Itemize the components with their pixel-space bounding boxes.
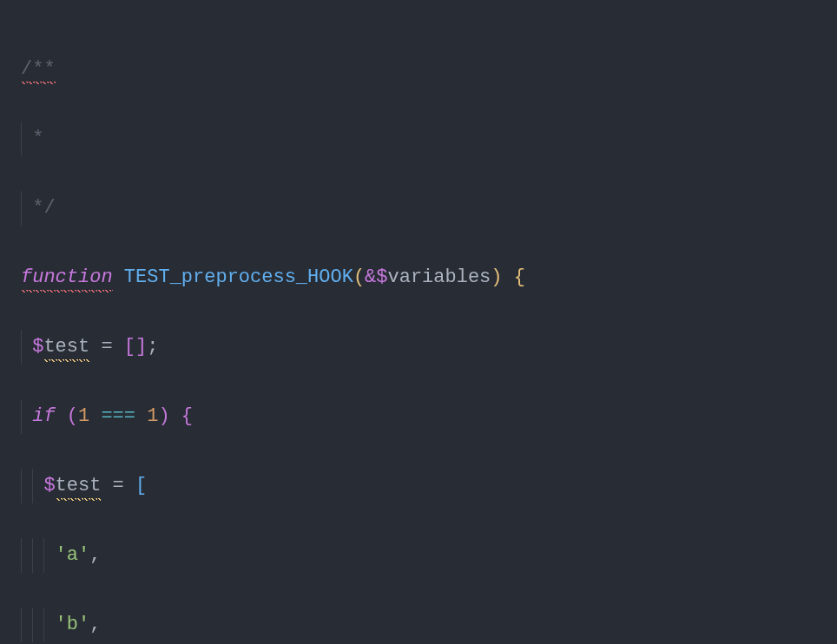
paren-open: ( xyxy=(353,266,365,288)
code-line[interactable]: $test = [ xyxy=(21,469,837,503)
code-line[interactable]: * xyxy=(21,122,837,156)
var-test: test xyxy=(43,330,89,365)
ampersand: & xyxy=(365,266,376,288)
indent-guide xyxy=(32,469,33,503)
comma: , xyxy=(89,614,101,635)
string-literal: 'b' xyxy=(56,614,90,635)
var-test: test xyxy=(56,469,102,503)
bracket-open: [ xyxy=(135,475,147,496)
indent-guide xyxy=(21,330,22,365)
indent-guide xyxy=(21,538,22,573)
space xyxy=(56,405,67,427)
assign-op: = xyxy=(89,336,124,358)
dollar-sign: $ xyxy=(43,475,55,496)
comma: , xyxy=(89,544,101,566)
brace-open: { xyxy=(514,266,525,288)
space xyxy=(170,405,181,427)
indent-guide xyxy=(32,608,33,642)
brace-open: { xyxy=(181,405,193,427)
dollar-sign: $ xyxy=(32,336,43,358)
keyword-if: if xyxy=(32,405,55,427)
code-line[interactable]: /** xyxy=(21,52,837,87)
code-line[interactable]: function TEST_preprocess_HOOK(&$variable… xyxy=(21,260,837,295)
paren-close: ) xyxy=(491,266,502,288)
space xyxy=(113,266,124,288)
indent-guide xyxy=(21,399,22,434)
function-name: TEST_preprocess_HOOK xyxy=(124,266,353,288)
string-literal: 'a' xyxy=(56,544,90,566)
keyword-function: function xyxy=(21,260,113,295)
bracket-close: ] xyxy=(135,336,147,358)
indent-guide xyxy=(43,608,44,642)
indent-guide xyxy=(21,469,22,503)
bracket-open: [ xyxy=(124,336,135,358)
number-literal: 1 xyxy=(147,405,158,427)
operator-eq: === xyxy=(89,405,147,427)
indent-guide xyxy=(32,538,33,573)
code-editor[interactable]: /** * */ function TEST_preprocess_HOOK(&… xyxy=(0,0,837,644)
number-literal: 1 xyxy=(78,405,89,427)
docblock-close: */ xyxy=(21,197,56,219)
code-line[interactable]: 'b', xyxy=(21,608,837,642)
indent-guide xyxy=(43,538,44,573)
paren-close: ) xyxy=(158,405,169,427)
semicolon: ; xyxy=(147,336,158,358)
param-variables: variables xyxy=(387,266,491,288)
assign-op: = xyxy=(101,475,135,496)
code-line[interactable]: 'a', xyxy=(21,538,837,573)
code-line[interactable]: $test = []; xyxy=(21,330,837,365)
code-line[interactable]: */ xyxy=(21,191,837,226)
paren-open: ( xyxy=(67,405,78,427)
docblock-open: /** xyxy=(21,52,56,87)
indent-guide xyxy=(21,608,22,642)
docblock-line: * xyxy=(21,128,43,149)
code-line[interactable]: if (1 === 1) { xyxy=(21,399,837,434)
space xyxy=(503,266,514,288)
dollar-sign: $ xyxy=(376,266,387,288)
